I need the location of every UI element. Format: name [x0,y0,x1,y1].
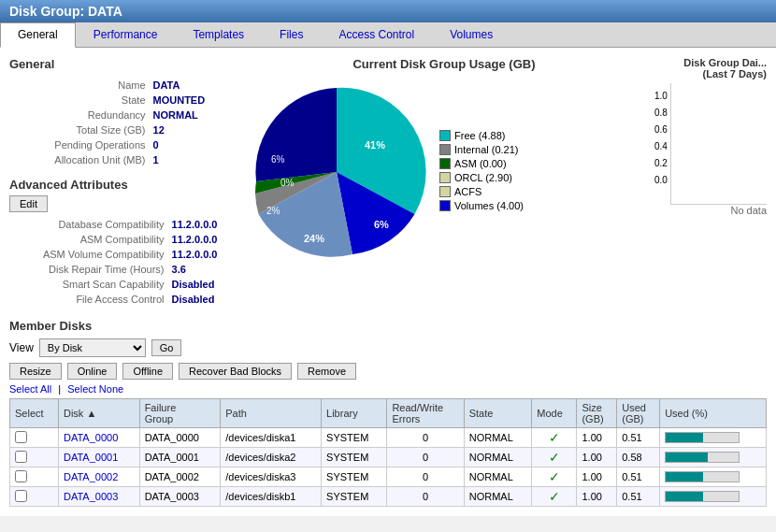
svg-text:6%: 6% [271,154,285,165]
edit-button[interactable]: Edit [9,195,48,212]
col-used-pct: Used (%) [660,399,767,428]
col-size: Size(GB) [577,399,617,428]
select-links: Select All | Select None [9,383,767,395]
row-checkbox[interactable] [15,451,27,463]
resize-button[interactable]: Resize [9,363,62,380]
col-state: State [464,399,532,428]
tab-bar: General Performance Templates Files Acce… [0,22,776,48]
general-info-table: NameDATAStateMOUNTEDRedundancyNORMALTota… [9,77,234,168]
col-path: Path [221,399,322,428]
table-row: DATA_0001 DATA_0001 /devices/diska2 SYST… [10,448,767,467]
tab-templates[interactable]: Templates [175,22,262,47]
select-all-link[interactable]: Select All [9,383,51,395]
row-checkbox[interactable] [15,431,27,443]
mode-ok-icon: ✓ [549,430,560,445]
recover-bad-blocks-button[interactable]: Recover Bad Blocks [179,363,292,380]
table-row: DATA_0002 DATA_0002 /devices/diska3 SYST… [10,467,767,487]
offline-button[interactable]: Offline [122,363,173,380]
disk-table: Select Disk ▲ FailureGroup Path Library … [9,398,767,507]
chart-title: Current Disk Group Usage (GB) [243,57,645,71]
disk-link[interactable]: DATA_0003 [64,491,118,502]
daily-title: Disk Group Dai...(Last 7 Days) [654,57,767,79]
chart-bars [670,83,767,205]
col-rw-errors: Read/WriteErrors [387,399,464,428]
svg-text:2%: 2% [266,206,280,216]
title-bar: Disk Group: DATA [0,0,776,22]
col-failure-group: FailureGroup [139,399,221,428]
table-row: DATA_0000 DATA_0000 /devices/diska1 SYST… [10,428,767,448]
tab-files[interactable]: Files [262,22,321,47]
row-checkbox[interactable] [15,490,27,502]
advanced-attr-table: Database Compatibility11.2.0.0.0ASM Comp… [9,216,234,308]
col-used-gb: Used(GB) [617,399,660,428]
svg-text:41%: 41% [365,139,385,151]
tab-volumes[interactable]: Volumes [432,22,510,47]
chart-legend: Free (4.88)Internal (0.21)ASM (0.00)ORCL… [439,130,524,214]
y-axis: 1.0 0.8 0.6 0.4 0.2 0.0 [654,83,668,205]
col-disk[interactable]: Disk ▲ [58,399,139,428]
tab-general[interactable]: General [0,22,76,48]
row-checkbox[interactable] [15,470,27,482]
no-data-label: No data [654,205,767,216]
svg-text:6%: 6% [374,219,389,230]
select-none-link[interactable]: Select None [67,383,123,395]
col-mode: Mode [532,399,577,428]
general-section-title: General [9,57,234,71]
pie-chart: 41% 6% 24% 2% 0% 6% [243,79,430,266]
view-label: View [9,341,34,354]
view-select[interactable]: By Disk By Failure Group [39,338,146,357]
svg-text:24%: 24% [304,233,324,244]
page-title: Disk Group: DATA [9,4,122,19]
col-library: Library [322,399,387,428]
remove-button[interactable]: Remove [297,363,356,380]
disk-link[interactable]: DATA_0001 [64,452,118,463]
mode-ok-icon: ✓ [549,450,560,465]
mode-ok-icon: ✓ [549,489,560,504]
tab-access-control[interactable]: Access Control [321,22,432,47]
mode-ok-icon: ✓ [549,469,560,484]
advanced-section-title: Advanced Attributes [9,178,234,192]
tab-performance[interactable]: Performance [76,22,176,47]
disk-link[interactable]: DATA_0000 [64,432,118,443]
svg-text:0%: 0% [280,178,295,188]
col-select: Select [10,399,59,428]
disk-link[interactable]: DATA_0002 [64,471,118,482]
member-disks-title: Member Disks [9,319,767,333]
table-row: DATA_0003 DATA_0003 /devices/diskb1 SYST… [10,487,767,507]
go-button[interactable]: Go [151,339,182,356]
online-button[interactable]: Online [67,363,118,380]
